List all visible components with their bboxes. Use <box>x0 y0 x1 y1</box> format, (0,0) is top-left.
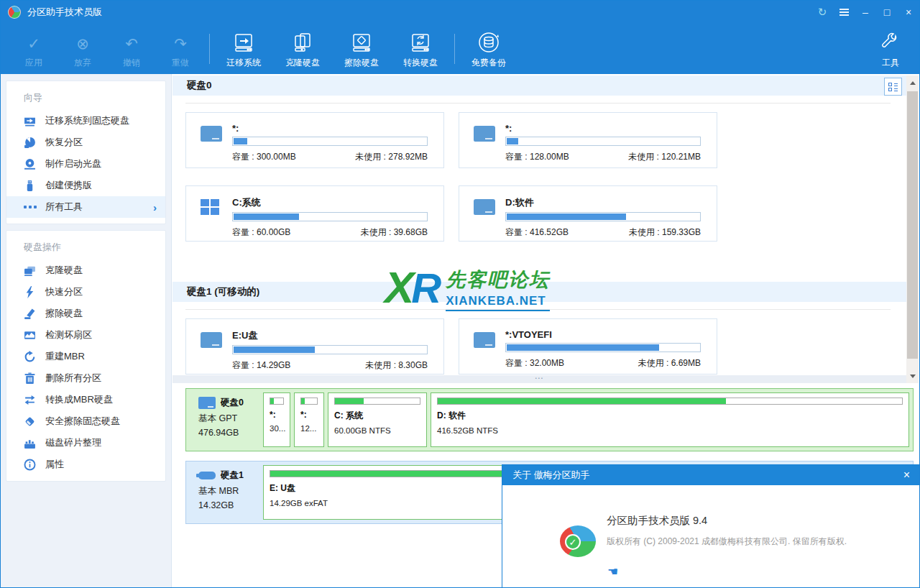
scroll-up-button[interactable] <box>906 75 919 90</box>
toolbar: ✓ 应用 ⊗ 放弃 ↶ 撤销 ↷ 重做 迁移系统 <box>1 24 919 74</box>
usage-bar <box>437 398 903 405</box>
capacity-label: 容量 : 128.00MB <box>505 151 569 163</box>
partition-card[interactable]: D:软件 容量 : 416.52GB 未使用 : 159.33GB <box>459 185 717 242</box>
sidebar-item-migrate-os-to-ssd[interactable]: 迁移系统到固态硬盘 <box>6 110 165 132</box>
unused-label: 未使用 : 39.68GB <box>361 226 428 239</box>
usb-stick-icon <box>24 180 36 192</box>
disk-type: 基本 GPT <box>198 413 259 425</box>
disk1-label[interactable]: 硬盘1 基本 MBR 14.32GB <box>190 465 259 520</box>
view-toggle-button[interactable] <box>884 78 902 96</box>
free-backup-icon <box>476 30 502 56</box>
window-controls: ↻ – □ × <box>811 1 919 24</box>
partition-card[interactable]: *: 容量 : 300.00MB 未使用 : 278.92MB <box>185 112 444 168</box>
minimize-button[interactable]: – <box>855 1 876 24</box>
sidebar-item-make-bootable-media[interactable]: 制作启动光盘 <box>6 153 165 175</box>
close-button[interactable]: × <box>898 1 919 24</box>
usage-bar <box>232 345 428 354</box>
wrench-icon <box>880 30 901 56</box>
sidebar-item-convert-to-mbr[interactable]: 转换成MBR硬盘 <box>6 389 165 410</box>
dialog-app-name: 分区助手技术员版 9.4 <box>607 514 707 528</box>
partition-card[interactable]: C:系统 容量 : 60.00GB 未使用 : 39.68GB <box>185 185 444 242</box>
dialog-titlebar: 关于 傲梅分区助手 × <box>502 465 920 485</box>
disk-size: 476.94GB <box>198 428 259 438</box>
drive-icon <box>474 199 495 215</box>
convert-disk-button[interactable]: 转换硬盘 <box>391 24 450 74</box>
eraser-icon <box>24 415 36 428</box>
all-tools-dots-icon <box>24 201 36 213</box>
disk1-header: 硬盘1 (可移动的) <box>172 282 906 302</box>
clone-disk-icon <box>290 30 316 56</box>
disk-overview-pane: 硬盘0 *: 容量 : 300.00MB 未使用 : 278.92MB <box>172 74 919 375</box>
partition-block[interactable]: *: 30... <box>263 392 290 447</box>
sidebar-item-wipe-disk[interactable]: 擦除硬盘 <box>6 303 165 324</box>
hand-icon: ☚ <box>607 564 618 579</box>
about-dialog: 关于 傲梅分区助手 × ✓ 分区助手技术员版 9.4 版权所有 (C) 2009… <box>502 464 920 588</box>
usb-disk-icon <box>198 472 216 479</box>
disk0-label[interactable]: 硬盘0 基本 GPT 476.94GB <box>190 392 259 447</box>
unused-label: 未使用 : 278.92MB <box>355 151 428 163</box>
menu-icon[interactable] <box>833 1 855 24</box>
section-title: 硬盘操作 <box>6 238 165 259</box>
convert-arrows-icon <box>24 394 36 406</box>
sidebar-item-create-portable[interactable]: 创建便携版 <box>6 175 165 196</box>
discard-button[interactable]: ⊗ 放弃 <box>58 24 107 74</box>
sidebar-item-all-tools[interactable]: 所有工具 › <box>6 196 165 218</box>
free-backup-button[interactable]: 免费备份 <box>459 24 518 74</box>
usage-bar <box>505 343 701 352</box>
partition-card[interactable]: *:VTOYEFI 容量 : 32.00MB 未使用 : 6.69MB <box>459 318 717 375</box>
partition-block[interactable]: C: 系统 60.00GB NTFS <box>328 392 427 447</box>
partition-block[interactable]: D: 软件 416.52GB NTFS <box>431 392 909 447</box>
sidebar-item-properties[interactable]: 属性 <box>6 454 165 475</box>
vertical-scrollbar[interactable] <box>906 75 919 383</box>
sidebar-item-recover-partition[interactable]: 恢复分区 <box>6 132 165 153</box>
usage-bar <box>232 212 428 221</box>
sidebar-section-disk-operations: 硬盘操作 克隆硬盘 快速分区 擦除硬盘 检测坏扇区 <box>6 230 166 482</box>
recover-partition-icon <box>24 137 36 149</box>
disk0-header: 硬盘0 <box>172 75 906 96</box>
defrag-bars-icon <box>24 437 36 449</box>
partition-card[interactable]: *: 容量 : 128.00MB 未使用 : 120.21MB <box>459 112 717 168</box>
trash-icon <box>24 372 36 385</box>
info-icon <box>24 459 36 471</box>
capacity-label: 容量 : 14.29GB <box>232 359 290 372</box>
dialog-close-button[interactable]: × <box>903 469 910 482</box>
undo-button[interactable]: ↶ 撤销 <box>107 24 156 74</box>
rebuild-rotate-icon <box>24 351 36 363</box>
capacity-label: 容量 : 300.00MB <box>232 151 296 163</box>
apply-check-icon: ✓ <box>27 32 40 56</box>
wipe-disk-button[interactable]: 擦除硬盘 <box>332 24 391 74</box>
scrollbar-thumb[interactable] <box>907 91 918 359</box>
maximize-button[interactable]: □ <box>876 1 898 24</box>
windows-logo-icon <box>201 199 219 215</box>
refresh-icon[interactable]: ↻ <box>811 1 833 24</box>
scroll-down-button[interactable] <box>906 369 919 383</box>
sidebar-item-check-bad-sectors[interactable]: 检测坏扇区 <box>6 324 165 346</box>
usage-bar <box>505 137 701 146</box>
usage-bar <box>270 398 284 405</box>
drive-icon <box>201 332 222 348</box>
sidebar-item-delete-all-partitions[interactable]: 删除所有分区 <box>6 367 165 389</box>
sidebar-item-clone-disk[interactable]: 克隆硬盘 <box>6 259 165 281</box>
unused-label: 未使用 : 159.33GB <box>629 226 701 239</box>
sidebar-item-secure-erase-ssd[interactable]: 安全擦除固态硬盘 <box>6 410 165 432</box>
usage-bar <box>334 398 420 405</box>
unused-label: 未使用 : 6.69MB <box>638 357 701 369</box>
drive-icon <box>201 126 222 142</box>
clone-disk-icon <box>24 265 36 277</box>
redo-button[interactable]: ↷ 重做 <box>156 24 205 74</box>
check-badge-icon: ✓ <box>565 534 581 550</box>
partition-card[interactable]: E:U盘 容量 : 14.29GB 未使用 : 8.30GB <box>185 318 444 375</box>
sidebar-item-disk-defrag[interactable]: 磁盘碎片整理 <box>6 432 165 454</box>
undo-icon: ↶ <box>125 32 138 56</box>
clone-disk-button[interactable]: 克隆硬盘 <box>273 24 332 74</box>
pane-splitter[interactable]: ⋯ <box>172 375 906 383</box>
chevron-right-icon: › <box>153 201 157 213</box>
capacity-label: 容量 : 416.52GB <box>505 226 569 239</box>
disk-map-row-disk0: 硬盘0 基本 GPT 476.94GB *: 30... *: 12... C:… <box>185 388 914 451</box>
sidebar-item-rebuild-mbr[interactable]: 重建MBR <box>6 346 165 367</box>
tools-button[interactable]: 工具 <box>869 24 912 74</box>
sidebar-item-quick-partition[interactable]: 快速分区 <box>6 281 165 303</box>
apply-button[interactable]: ✓ 应用 <box>9 24 58 74</box>
partition-block[interactable]: *: 12... <box>294 392 324 447</box>
migrate-os-button[interactable]: 迁移系统 <box>214 24 273 74</box>
